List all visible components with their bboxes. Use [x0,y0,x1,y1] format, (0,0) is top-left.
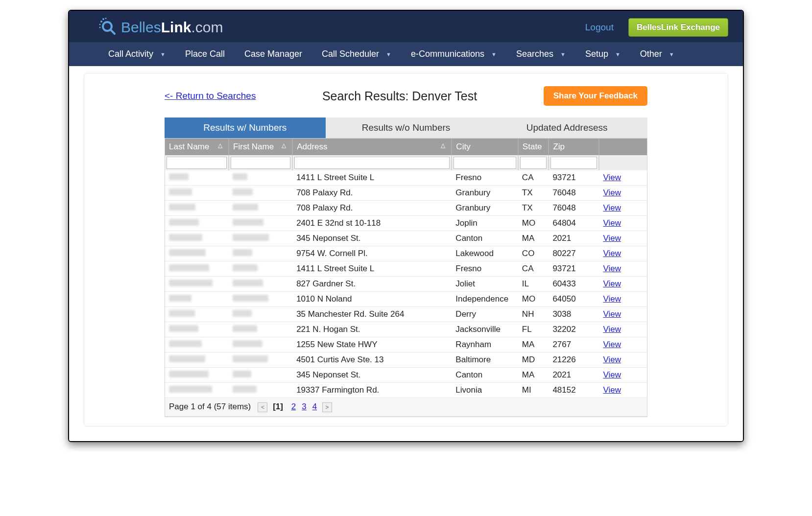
cell-zip: 64804 [549,216,599,231]
view-link[interactable]: View [603,279,621,288]
tab-results-w-numbers[interactable]: Results w/ Numbers [165,117,326,138]
tab-results-w-o-numbers[interactable]: Results w/o Numbers [326,117,487,138]
pager-prev-button[interactable]: < [258,402,267,412]
cell-address: 9754 W. Cornell Pl. [292,246,452,261]
cell-city: Baltimore [452,352,518,368]
nav-item-call-activity[interactable]: Call Activity▼ [98,42,175,66]
cell-state: MA [518,231,549,246]
cell-last-name [165,216,229,231]
filter-input-address[interactable] [294,157,450,169]
filter-input-zip[interactable] [550,157,597,169]
pager-summary: Page 1 of 4 (57 items) [169,402,251,411]
view-link[interactable]: View [603,309,621,319]
nav-item-e-communications[interactable]: e-Communications▼ [401,42,506,66]
table-row: 4501 Curtis Ave Ste. 13BaltimoreMD21226V… [165,352,647,368]
svg-point-6 [105,18,107,19]
chevron-down-icon: ▼ [669,51,674,57]
table-row: 345 Neponset St.CantonMA2021View [165,231,647,246]
view-link[interactable]: View [603,340,621,349]
cell-state: CO [518,246,549,261]
cell-state: MO [518,292,549,307]
cell-city: Jacksonville [452,322,518,337]
view-link[interactable]: View [603,370,621,379]
nav-item-case-manager[interactable]: Case Manager [235,42,312,66]
nav-item-call-scheduler[interactable]: Call Scheduler▼ [312,42,401,66]
table-row: 9754 W. Cornell Pl.LakewoodCO80227View [165,246,647,261]
column-header-first_name[interactable]: First Name△ [229,139,292,155]
pager-page-2[interactable]: 2 [291,402,296,411]
cell-address: 1411 L Street Suite L [292,170,452,186]
cell-first-name [229,307,292,322]
share-feedback-button[interactable]: Share Your Feedback [544,86,647,106]
cell-action: View [599,383,647,398]
cell-zip: 76048 [549,201,599,216]
view-link[interactable]: View [603,355,621,364]
cell-city: Livonia [452,383,518,398]
cell-last-name [165,246,229,261]
filter-input-city[interactable] [454,157,516,169]
view-link[interactable]: View [603,249,621,258]
nav-item-label: e-Communications [411,49,484,59]
nav-item-other[interactable]: Other▼ [630,42,684,66]
header-bar: BellesLink.com Logout BellesLink Exchang… [69,11,743,42]
cell-state: CA [518,170,549,186]
cell-address: 708 Palaxy Rd. [292,186,452,201]
cell-action: View [599,216,647,231]
svg-line-1 [111,30,115,34]
nav-item-setup[interactable]: Setup▼ [575,42,630,66]
column-header-address[interactable]: Address△ [292,139,452,155]
main-nav: Call Activity▼Place CallCase ManagerCall… [69,42,743,66]
view-link[interactable]: View [603,264,621,273]
tab-updated-addresess[interactable]: Updated Addresess [486,117,647,138]
filter-input-first_name[interactable] [231,157,290,169]
cell-action: View [599,170,647,186]
table-row: 19337 Farmington Rd.LivoniaMI48152View [165,383,647,398]
view-link[interactable]: View [603,325,621,334]
view-link[interactable]: View [603,234,621,243]
cell-last-name [165,307,229,322]
cell-first-name [229,383,292,398]
cell-address: 2401 E 32nd st 10-118 [292,216,452,231]
cell-zip: 80227 [549,246,599,261]
pager-page-4[interactable]: 4 [312,402,317,411]
page-title: Search Results: Denver Test [322,89,477,103]
cell-last-name [165,170,229,186]
pager-next-button[interactable]: > [322,402,332,412]
cell-state: FL [518,322,549,337]
nav-item-label: Call Activity [108,49,153,59]
results-table: Last Name△First Name△Address△CityStateZi… [165,139,647,417]
logo-text: BellesLink.com [121,19,223,36]
table-filter-row [165,155,647,170]
cell-city: Granbury [452,186,518,201]
logo[interactable]: BellesLink.com [98,18,223,37]
chevron-down-icon: ▼ [160,51,166,57]
cell-first-name [229,277,292,292]
pager-page-3[interactable]: 3 [302,402,306,411]
filter-input-state[interactable] [520,157,547,169]
cell-zip: 64050 [549,292,599,307]
content-wrap: <- Return to Searches Search Results: De… [69,66,743,441]
cell-address: 345 Neponset St. [292,368,452,383]
nav-item-searches[interactable]: Searches▼ [506,42,575,66]
filter-input-last_name[interactable] [167,157,227,169]
exchange-button[interactable]: BellesLink Exchange [628,18,728,37]
view-link[interactable]: View [603,294,621,304]
table-row: 827 Gardner St.JolietIL60433View [165,277,647,292]
view-link[interactable]: View [603,173,621,182]
cell-first-name [229,201,292,216]
table-row: 1411 L Street Suite LFresnoCA93721View [165,170,647,186]
view-link[interactable]: View [603,385,621,395]
return-to-searches-link[interactable]: <- Return to Searches [165,91,256,101]
view-link[interactable]: View [603,188,621,197]
view-link[interactable]: View [603,203,621,212]
column-header-last_name[interactable]: Last Name△ [165,139,229,155]
nav-item-place-call[interactable]: Place Call [175,42,235,66]
cell-last-name [165,352,229,368]
view-link[interactable]: View [603,218,621,228]
table-row: 35 Manchester Rd. Suite 264DerryNH3038Vi… [165,307,647,322]
cell-action: View [599,277,647,292]
logout-link[interactable]: Logout [585,22,614,33]
cell-action: View [599,186,647,201]
top-row: <- Return to Searches Search Results: De… [96,86,716,106]
cell-last-name [165,186,229,201]
